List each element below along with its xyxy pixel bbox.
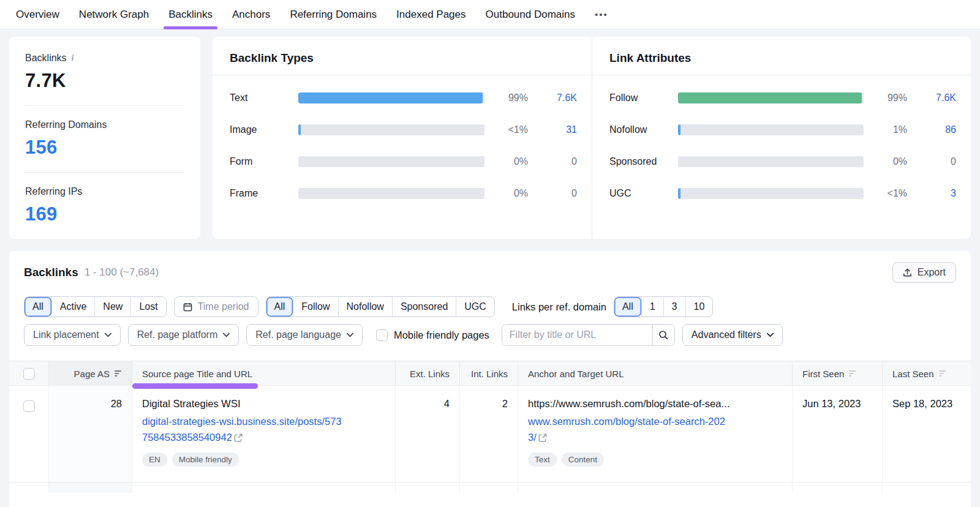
select-all-cell [9, 361, 48, 386]
column-label: Anchor and Target URL [528, 369, 624, 379]
bar-track [298, 92, 484, 103]
referring-domains-stat-label: Referring Domains [25, 119, 184, 130]
column-header-int-links[interactable]: Int. Links [459, 361, 518, 386]
follow-nofollow-button[interactable]: Nofollow [338, 297, 392, 317]
links-per-domain-all-button[interactable]: All [614, 297, 641, 317]
table-row: 28 Digital Strategies WSI digital-strate… [9, 385, 971, 482]
column-header-ext-links[interactable]: Ext. Links [395, 361, 459, 386]
follow-follow-button[interactable]: Follow [293, 297, 337, 317]
bar-fill [298, 92, 483, 103]
info-icon[interactable]: i [72, 53, 74, 63]
external-link-icon[interactable] [234, 434, 243, 442]
bar-label: Frame [230, 188, 288, 199]
bar-track [298, 188, 484, 199]
bar-label: Sponsored [609, 156, 668, 167]
mobile-friendly-filter[interactable]: Mobile friendly pages [376, 329, 489, 341]
mobile-friendly-checkbox[interactable] [376, 329, 388, 341]
report-tabs: Overview Network Graph Backlinks Anchors… [0, 0, 980, 29]
bar-count-link[interactable]: 86 [917, 124, 956, 135]
column-header-source-page[interactable]: Source page Title and URL [132, 361, 395, 386]
table-row-partial [9, 482, 971, 493]
tab-anchors[interactable]: Anchors [232, 0, 270, 29]
status-new-button[interactable]: New [94, 297, 130, 317]
divider [25, 172, 184, 173]
dropdown-label: Link placement [33, 329, 99, 340]
time-period-label: Time period [198, 301, 249, 312]
advanced-filters-dropdown[interactable]: Advanced filters [682, 324, 783, 346]
int-links-cell: 2 [459, 386, 518, 482]
external-link-icon[interactable] [538, 434, 547, 442]
column-header-anchor-target[interactable]: Anchor and Target URL [518, 361, 792, 386]
row-checkbox[interactable] [23, 400, 35, 412]
referring-ips-stat-value[interactable]: 169 [25, 203, 184, 225]
search-input[interactable] [502, 325, 652, 345]
bar-percent: <1% [873, 188, 907, 199]
title-url-filter [502, 324, 675, 346]
sort-icon [115, 370, 122, 377]
status-lost-button[interactable]: Lost [130, 297, 165, 317]
export-button[interactable]: Export [892, 262, 956, 283]
tab-outbound-domains[interactable]: Outbound Domains [486, 0, 575, 29]
bar-count-link[interactable]: 31 [538, 124, 577, 135]
column-header-page-as[interactable]: Page AS [48, 361, 132, 386]
page-as-cell: 28 [48, 386, 132, 482]
status-active-button[interactable]: Active [51, 297, 95, 317]
source-page-link[interactable]: digital-strategies-wsi.business.site/pos… [142, 414, 385, 445]
bar-fill [298, 124, 301, 135]
follow-sponsored-button[interactable]: Sponsored [392, 297, 456, 317]
backlinks-stat-label: Backlinks i [25, 53, 184, 64]
dropdown-label: Ref. page language [255, 329, 341, 340]
tab-backlinks[interactable]: Backlinks [168, 0, 213, 29]
bar-label: Image [230, 124, 288, 135]
summary-stats-card: Backlinks i 7.7K Referring Domains 156 R… [9, 37, 200, 239]
links-per-domain-3-button[interactable]: 3 [663, 297, 685, 317]
bar-count: 0 [538, 188, 577, 199]
bar-count-link[interactable]: 7.6K [538, 92, 577, 103]
mobile-friendly-badge: Mobile friendly [172, 453, 239, 467]
link-attributes-title: Link Attributes [592, 37, 971, 75]
time-period-button[interactable]: Time period [174, 296, 258, 317]
bar-fill [678, 188, 680, 199]
source-page-title: Digital Strategies WSI [142, 398, 385, 410]
bar-count: 0 [917, 156, 956, 167]
links-per-domain-1-button[interactable]: 1 [641, 297, 663, 317]
bar-count-link[interactable]: 7.6K [917, 92, 956, 103]
tab-referring-domains[interactable]: Referring Domains [290, 0, 377, 29]
tab-indexed-pages[interactable]: Indexed Pages [396, 0, 466, 29]
more-tabs-icon[interactable]: ••• [595, 0, 608, 29]
status-filter-group: All Active New Lost [24, 296, 167, 317]
target-url-link[interactable]: www.semrush.com/blog/state-of-search-202… [528, 414, 782, 445]
column-label: Int. Links [471, 369, 508, 379]
sort-icon [939, 370, 946, 377]
search-button[interactable] [652, 325, 674, 345]
chart-row-ugc: UGC <1% 3 [609, 188, 956, 199]
chevron-down-icon [767, 332, 774, 337]
column-label: Ext. Links [410, 369, 450, 379]
table-title: Backlinks [24, 266, 78, 279]
bar-fill [678, 92, 862, 103]
column-header-last-seen[interactable]: Last Seen [882, 361, 971, 386]
links-per-domain-label: Links per ref. domain [512, 301, 606, 313]
table-range: 1 - 100 (~7,684) [85, 266, 159, 279]
follow-all-button[interactable]: All [266, 297, 293, 317]
select-all-checkbox[interactable] [23, 368, 35, 380]
link-placement-dropdown[interactable]: Link placement [24, 324, 121, 346]
column-header-first-seen[interactable]: First Seen [792, 361, 882, 386]
ref-page-language-dropdown[interactable]: Ref. page language [246, 324, 363, 346]
status-all-button[interactable]: All [24, 297, 51, 317]
column-label: Page AS [74, 369, 110, 379]
backlink-types-panel: Backlink Types Text 99% 7.6K Image <1% 3… [213, 37, 592, 239]
bar-track [298, 124, 484, 135]
backlinks-table-card: Backlinks 1 - 100 (~7,684) Export All Ac… [9, 251, 971, 507]
follow-ugc-button[interactable]: UGC [456, 297, 494, 317]
ref-page-platform-dropdown[interactable]: Ref. page platform [128, 324, 239, 346]
tab-network-graph[interactable]: Network Graph [79, 0, 149, 29]
referring-domains-stat-value[interactable]: 156 [25, 137, 184, 159]
tab-overview[interactable]: Overview [16, 0, 59, 29]
bar-count-link[interactable]: 3 [917, 188, 956, 199]
backlinks-stat-value: 7.7K [25, 70, 184, 92]
bar-label: Follow [609, 92, 668, 103]
chevron-down-icon [347, 332, 353, 337]
links-per-domain-10-button[interactable]: 10 [685, 297, 713, 317]
charts-card: Backlink Types Text 99% 7.6K Image <1% 3… [213, 37, 971, 239]
